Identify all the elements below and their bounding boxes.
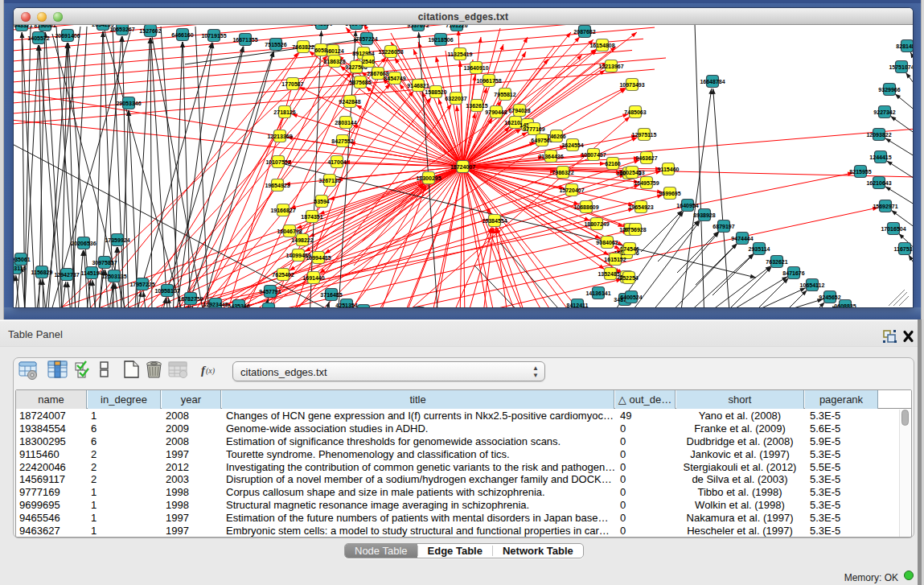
svg-text:6794028: 6794028 [508, 108, 530, 113]
svg-text:17016504: 17016504 [881, 226, 906, 232]
svg-text:9245652: 9245652 [819, 295, 840, 300]
svg-text:7955812: 7955812 [494, 92, 515, 97]
svg-text:30975857: 30975857 [92, 260, 117, 266]
svg-text:2718126: 2718126 [273, 109, 295, 115]
svg-text:5875685: 5875685 [349, 80, 371, 85]
svg-text:10807487: 10807487 [581, 152, 606, 158]
svg-text:15692971: 15692971 [873, 204, 897, 209]
svg-text:1156829: 1156829 [31, 270, 53, 275]
svg-text:1770587: 1770587 [281, 81, 303, 87]
svg-text:746266: 746266 [547, 134, 565, 139]
svg-text:16648784: 16648784 [700, 79, 725, 84]
svg-text:7101226: 7101226 [446, 25, 467, 28]
svg-text:17957225: 17957225 [129, 282, 154, 287]
svg-text:19654923: 19654923 [628, 204, 653, 210]
svg-text:18300295: 18300295 [416, 175, 441, 181]
svg-text:9242848: 9242848 [339, 99, 360, 105]
svg-text:417004: 417004 [327, 159, 346, 165]
svg-text:1498222: 1498222 [291, 237, 313, 243]
svg-text:9474444: 9474444 [731, 236, 753, 241]
svg-text:9777169: 9777169 [523, 126, 544, 132]
svg-text:7515526: 7515526 [265, 42, 286, 47]
svg-text:7857224: 7857224 [355, 36, 377, 42]
svg-text:8427552: 8427552 [331, 138, 353, 144]
svg-text:10958107: 10958107 [154, 288, 179, 294]
svg-text:2803144: 2803144 [335, 120, 356, 126]
svg-text:10107552: 10107552 [265, 159, 290, 165]
svg-text:53594: 53594 [314, 199, 330, 204]
svg-text:935061: 935061 [14, 257, 31, 262]
svg-text:9146821: 9146821 [407, 83, 429, 89]
svg-text:6400524: 6400524 [620, 295, 642, 300]
svg-text:1691440: 1691440 [302, 275, 324, 281]
svg-text:16671355: 16671355 [232, 37, 257, 43]
svg-text:16782759: 16782759 [178, 296, 203, 302]
svg-text:19166827: 19166827 [270, 208, 295, 213]
svg-text:5435346: 5435346 [228, 303, 249, 308]
svg-text:1043321: 1043321 [14, 25, 33, 28]
svg-text:1362615: 1362615 [466, 103, 487, 109]
svg-text:12213369: 12213369 [267, 134, 292, 139]
svg-text:1167531: 1167531 [894, 246, 913, 252]
svg-text:16046798: 16046798 [277, 229, 302, 234]
svg-text:2546: 2546 [362, 59, 375, 64]
svg-text:4251354: 4251354 [335, 303, 357, 308]
svg-text:7632621: 7632621 [766, 259, 787, 265]
svg-text:13226058: 13226058 [378, 49, 403, 55]
svg-text:6058: 6058 [314, 47, 327, 53]
svg-text:10653267: 10653267 [109, 27, 134, 32]
svg-text:16154808: 16154808 [589, 43, 614, 48]
svg-text:8215955: 8215955 [849, 169, 871, 175]
svg-text:9115460: 9115460 [658, 167, 680, 172]
svg-text:15751074: 15751074 [889, 64, 913, 70]
svg-text:18724007: 18724007 [450, 164, 475, 170]
svg-text:8186328: 8186328 [323, 59, 345, 64]
svg-text:18807249: 18807249 [584, 221, 609, 227]
svg-text:9084067: 9084067 [596, 240, 618, 245]
svg-text:10719155: 10719155 [201, 33, 226, 39]
svg-text:21364436: 21364436 [538, 154, 563, 159]
svg-text:16495759: 16495759 [634, 180, 659, 186]
svg-text:7986322: 7986322 [552, 170, 573, 175]
svg-text:2935114: 2935114 [749, 246, 770, 252]
svg-text:7648350: 7648350 [310, 25, 332, 27]
svg-text:1527602: 1527602 [139, 28, 161, 34]
svg-text:10654112: 10654112 [800, 282, 825, 288]
svg-text:8454749: 8454749 [384, 76, 405, 81]
svg-text:3267130: 3267130 [318, 178, 340, 183]
svg-text:9227342: 9227342 [873, 109, 895, 115]
svg-text:19384554: 19384554 [482, 218, 507, 224]
svg-text:1588520: 1588520 [425, 89, 446, 95]
svg-text:20206536: 20206536 [71, 241, 96, 246]
svg-text:12093822: 12093822 [866, 132, 891, 138]
svg-text:12975115: 12975115 [632, 132, 657, 138]
svg-text:14136141: 14136141 [585, 290, 610, 296]
svg-text:1874351: 1874351 [301, 214, 322, 220]
svg-text:12503135: 12503135 [101, 274, 126, 279]
svg-text:9699695: 9699695 [659, 191, 680, 196]
svg-text:17359924: 17359924 [105, 237, 129, 243]
svg-text:10025453: 10025453 [619, 170, 644, 175]
svg-text:1244415: 1244415 [869, 154, 891, 160]
svg-text:3056413: 3056413 [345, 25, 367, 27]
svg-text:29053346: 29053346 [116, 101, 141, 106]
svg-text:8756928: 8756928 [624, 227, 646, 233]
svg-text:13640910: 13640910 [463, 65, 488, 71]
svg-text:2786801: 2786801 [257, 307, 279, 308]
svg-text:9457791: 9457791 [259, 289, 281, 295]
svg-text:10688609: 10688609 [573, 204, 598, 210]
svg-text:1145194: 1145194 [81, 270, 103, 276]
svg-text:0608835: 0608835 [834, 303, 856, 308]
svg-text:12942737: 12942737 [54, 272, 79, 278]
svg-text:(x): (x) [206, 366, 216, 376]
svg-text:7625402: 7625402 [272, 272, 294, 278]
svg-text:3624554: 3624554 [561, 142, 583, 148]
svg-text:8281489: 8281489 [896, 43, 913, 49]
svg-text:10973493: 10973493 [619, 82, 644, 88]
svg-text:12923448: 12923448 [203, 302, 228, 307]
svg-text:15720407: 15720407 [559, 187, 584, 193]
svg-text:1615152: 1615152 [604, 257, 626, 262]
svg-text:252254: 252254 [619, 275, 638, 281]
svg-text:2087682: 2087682 [573, 29, 595, 35]
svg-text:11325419: 11325419 [448, 51, 473, 57]
